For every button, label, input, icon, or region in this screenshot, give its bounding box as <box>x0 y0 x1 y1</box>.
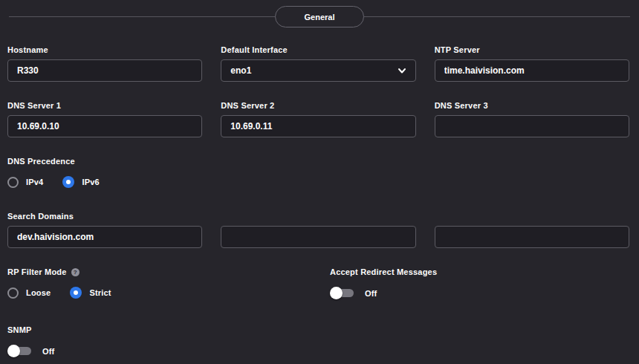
row-dns-servers: DNS Server 1 DNS Server 2 DNS Server 3 <box>7 101 629 137</box>
dns-precedence-label: DNS Precedence <box>7 157 629 166</box>
radio-ipv6[interactable]: IPv6 <box>62 176 99 188</box>
form-content: Hostname Default Interface eno1 NTP Serv… <box>0 33 639 357</box>
row-basic-settings: Hostname Default Interface eno1 NTP Serv… <box>7 45 629 82</box>
dns1-label: DNS Server 1 <box>7 101 202 110</box>
dns1-input[interactable] <box>7 115 202 137</box>
row-snmp: SNMP Off <box>7 325 629 357</box>
radio-checked-icon <box>62 176 74 188</box>
dns2-field-group: DNS Server 2 <box>221 101 415 137</box>
hostname-label: Hostname <box>7 45 202 54</box>
radio-ipv4[interactable]: IPv4 <box>7 177 43 188</box>
radio-loose-label: Loose <box>26 288 51 297</box>
dns3-input[interactable] <box>435 115 629 137</box>
chevron-down-icon <box>398 66 406 75</box>
dns3-field-group: DNS Server 3 <box>435 101 629 137</box>
snmp-label: SNMP <box>7 325 629 334</box>
radio-loose[interactable]: Loose <box>7 287 51 299</box>
default-interface-label: Default Interface <box>221 45 415 54</box>
radio-ipv6-label: IPv6 <box>82 178 99 186</box>
rp-filter-radio-group: Loose Strict <box>7 287 330 299</box>
default-interface-select[interactable]: eno1 <box>221 59 415 82</box>
row-rp-redirect: RP Filter Mode ? Loose Strict Accept Red… <box>7 267 629 299</box>
accept-redirect-label: Accept Redirect Messages <box>330 267 629 276</box>
row-search-domains: Search Domains <box>7 212 629 248</box>
radio-strict[interactable]: Strict <box>70 287 111 299</box>
ntp-server-label: NTP Server <box>435 45 629 54</box>
radio-unchecked-icon <box>7 177 19 188</box>
rp-filter-group: RP Filter Mode ? Loose Strict <box>7 267 330 299</box>
dns2-label: DNS Server 2 <box>221 101 415 110</box>
radio-ipv4-label: IPv4 <box>26 178 43 186</box>
accept-redirect-group: Accept Redirect Messages Off <box>330 267 629 299</box>
snmp-toggle-row: Off <box>7 345 629 357</box>
ntp-server-field-group: NTP Server <box>435 45 629 82</box>
snmp-toggle[interactable] <box>7 345 32 357</box>
search-domain-input-1[interactable] <box>7 226 202 248</box>
search-domain-input-3[interactable] <box>435 226 629 248</box>
hostname-input[interactable] <box>7 59 202 82</box>
tab-general[interactable]: General <box>275 6 364 27</box>
accept-redirect-toggle[interactable] <box>330 287 354 299</box>
radio-checked-icon <box>70 287 82 299</box>
help-icon[interactable]: ? <box>71 268 80 276</box>
accept-redirect-toggle-row: Off <box>330 287 629 299</box>
hostname-field-group: Hostname <box>7 45 202 82</box>
search-domains-inputs <box>7 226 629 248</box>
tab-bar: General <box>0 0 639 33</box>
default-interface-value: eno1 <box>230 65 251 76</box>
network-settings-page: General Hostname Default Interface eno1 <box>0 0 639 364</box>
toggle-knob <box>330 287 343 299</box>
toggle-knob <box>7 345 20 357</box>
default-interface-field-group: Default Interface eno1 <box>221 45 415 82</box>
accept-redirect-state: Off <box>365 289 377 298</box>
dns1-field-group: DNS Server 1 <box>7 101 202 137</box>
dns2-input[interactable] <box>221 115 415 137</box>
dns3-label: DNS Server 3 <box>435 101 629 110</box>
search-domains-label: Search Domains <box>7 212 629 221</box>
row-dns-precedence: DNS Precedence IPv4 IPv6 <box>7 157 629 188</box>
radio-unchecked-icon <box>7 287 19 299</box>
rp-filter-label: RP Filter Mode <box>7 267 67 276</box>
ntp-server-input[interactable] <box>435 59 629 82</box>
snmp-state: Off <box>42 347 54 356</box>
search-domain-input-2[interactable] <box>221 226 415 248</box>
dns-precedence-radio-group: IPv4 IPv6 <box>7 176 629 188</box>
radio-strict-label: Strict <box>89 288 111 297</box>
